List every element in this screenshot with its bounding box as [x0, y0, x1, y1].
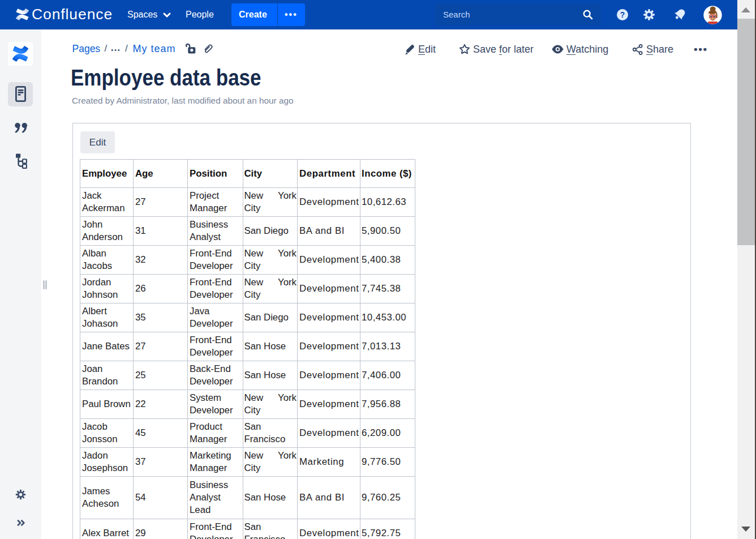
svg-text:?: ? — [620, 10, 625, 19]
